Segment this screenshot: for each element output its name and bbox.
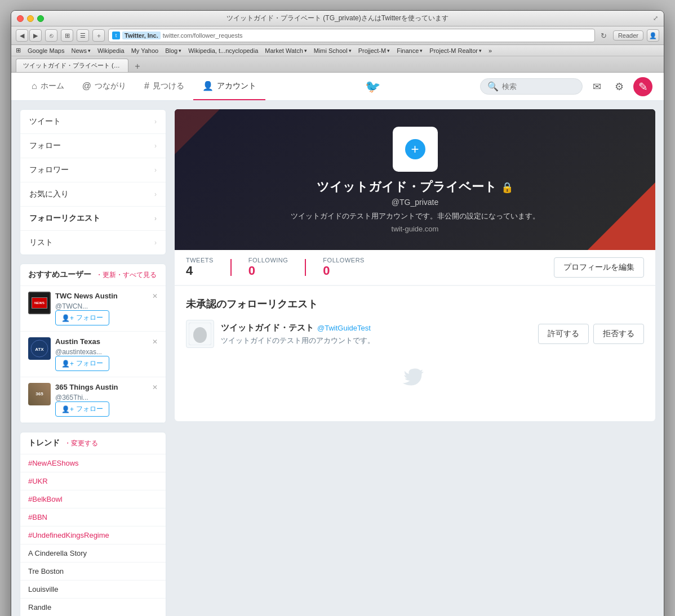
profile-avatar-plus-icon: + xyxy=(405,139,425,159)
bookmark-more[interactable]: » xyxy=(489,47,492,54)
stats-bar: TWEETS 4 FOLLOWING 0 FOLLOWERS 0 プロフィールを… xyxy=(175,250,655,286)
nav-connect[interactable]: @ つながり xyxy=(73,73,135,100)
expand-icon[interactable]: ⤢ xyxy=(653,15,658,22)
trends-section: トレンド ・変更する #NewAEShows #UKR #BelkBowl #B… xyxy=(20,432,166,616)
active-tab[interactable]: ツイットガイド・プライベート (TG_private)さんはTwitterを使っ… xyxy=(16,59,128,72)
maximize-button[interactable] xyxy=(37,15,44,22)
user-item-austin: ATX Austin Texas ✕ @austintexas... xyxy=(20,332,166,377)
bookmark-wikipedia[interactable]: Wikipedia xyxy=(97,47,125,54)
requester-info: ツイットガイド・テスト@TwitGuideTestツイットガイドのテスト用のアカ… xyxy=(221,323,531,346)
search-input[interactable] xyxy=(502,82,575,91)
profile-handle: @TG_private xyxy=(291,198,540,207)
trend-4[interactable]: #BBN xyxy=(20,508,166,526)
user-name-row-twc: TWC News Austin ✕ xyxy=(55,292,158,300)
nav-account[interactable]: 👤 アカウント xyxy=(193,73,265,100)
profile-url[interactable]: twit-guide.com xyxy=(291,225,540,233)
trend-3[interactable]: #BelkBowl xyxy=(20,490,166,508)
messages-button[interactable]: ✉ xyxy=(588,78,605,95)
bookmark-projectm-realtor[interactable]: Project-M Realtor xyxy=(429,47,482,54)
trend-6[interactable]: A Cinderella Story xyxy=(20,544,166,563)
egg-avatar-svg xyxy=(189,323,211,345)
back-button[interactable]: ◀ xyxy=(16,29,28,42)
forward-button[interactable]: ▶ xyxy=(29,29,42,42)
bg-triangle-tl xyxy=(175,109,220,154)
menu-following[interactable]: フォロー › xyxy=(20,134,166,158)
menu-followers[interactable]: フォロワー › xyxy=(20,158,166,182)
bookmark-marketwatch[interactable]: Market Watch xyxy=(265,47,307,54)
trend-5[interactable]: #UndefinedKingsRegime xyxy=(20,526,166,544)
settings-button[interactable]: ⚙ xyxy=(611,78,628,95)
trends-header: トレンド ・変更する xyxy=(20,432,166,454)
refresh-button[interactable]: ↻ xyxy=(598,30,610,41)
bookmark-news[interactable]: News xyxy=(71,47,91,54)
follow-icon-365: 👤+ xyxy=(61,405,74,413)
nav-home[interactable]: ⌂ ホーム xyxy=(23,73,73,100)
close-user-365[interactable]: ✕ xyxy=(152,383,158,391)
trend-7[interactable]: Tre Boston xyxy=(20,563,166,581)
menu-favorites-label: お気に入り xyxy=(29,189,69,199)
user-name-twc: TWC News Austin xyxy=(55,292,118,300)
nav-connect-label: つながり xyxy=(95,81,126,91)
user-name-row-365: 365 Things Austin ✕ xyxy=(55,383,158,391)
reader-button[interactable]: Reader xyxy=(613,30,643,41)
menu-favorites[interactable]: お気に入り › xyxy=(20,182,166,207)
new-tab-button[interactable]: + xyxy=(132,61,143,72)
search-box[interactable]: 🔍 xyxy=(480,78,583,95)
url-text: twitter.com/follower_requests xyxy=(163,32,243,39)
user-name-365: 365 Things Austin xyxy=(55,383,118,391)
bookmark-blog[interactable]: Blog xyxy=(165,47,181,54)
address-bar[interactable]: t Twitter, Inc. twitter.com/follower_req… xyxy=(108,29,595,42)
connect-icon: @ xyxy=(82,81,91,91)
bookmark-google-maps[interactable]: Google Maps xyxy=(28,47,64,54)
minimize-button[interactable] xyxy=(27,15,34,22)
follow-button-austin[interactable]: 👤+ フォロー xyxy=(55,356,109,371)
follow-icon-twc: 👤+ xyxy=(61,314,74,322)
close-user-austin[interactable]: ✕ xyxy=(152,338,158,346)
menu-tweets-arrow: › xyxy=(154,118,157,126)
reject-button[interactable]: 拒否する xyxy=(593,324,644,344)
close-user-twc[interactable]: ✕ xyxy=(152,292,158,300)
share-button[interactable]: ⎋ xyxy=(45,29,57,42)
bookmark-projjectm[interactable]: Projject-M xyxy=(358,47,390,54)
edit-profile-button[interactable]: プロフィールを編集 xyxy=(554,257,644,278)
close-button[interactable] xyxy=(17,15,24,22)
trend-8[interactable]: Louisville xyxy=(20,581,166,599)
twitter-logo-center: 🐦 xyxy=(265,79,480,94)
trends-title: トレンド xyxy=(28,438,60,448)
menu-followers-arrow: › xyxy=(154,166,157,174)
bookmark-wikipedia2[interactable]: Wikipedia, t...ncyclopedia xyxy=(188,47,258,54)
bookmarks-list-button[interactable]: ⊞ xyxy=(61,29,73,42)
bookmark-mimischool[interactable]: Mimi School xyxy=(314,47,352,54)
discover-icon: # xyxy=(144,81,149,91)
twitter-app: ⌂ ホーム @ つながり # 見つける 👤 アカウント 🐦 🔍 xyxy=(11,73,664,616)
svg-text:ATX: ATX xyxy=(35,347,44,352)
trend-2[interactable]: #UKR xyxy=(20,472,166,490)
follow-button-twc[interactable]: 👤+ フォロー xyxy=(55,310,109,325)
menu-tweets[interactable]: ツイート › xyxy=(20,110,166,134)
bookmark-open-tabs[interactable]: ⊞ xyxy=(16,47,21,54)
menu-lists[interactable]: リスト › xyxy=(20,231,166,255)
follow-button-365[interactable]: 👤+ フォロー xyxy=(55,401,109,417)
followers-count: 0 xyxy=(323,264,365,278)
search-icon: 🔍 xyxy=(487,81,499,92)
profile-avatar[interactable]: + xyxy=(393,127,438,172)
browser-window: ツイットガイド・プライベート (TG_private)さんはTwitterを使っ… xyxy=(11,10,664,616)
nav-discover[interactable]: # 見つける xyxy=(135,73,193,100)
trend-9[interactable]: Randle xyxy=(20,599,166,616)
approve-button[interactable]: 許可する xyxy=(538,324,589,344)
title-bar: ツイットガイド・プライベート (TG_private)さんはTwitterを使っ… xyxy=(11,11,664,26)
bookmark-myyahoo[interactable]: My Yahoo xyxy=(131,47,159,54)
lock-icon: 🔒 xyxy=(501,182,513,193)
read-later-button[interactable]: ☰ xyxy=(77,29,89,42)
bookmark-finance[interactable]: Finance xyxy=(397,47,423,54)
trends-change-link[interactable]: ・変更する xyxy=(64,439,98,448)
follow-requests-section: 未承認のフォローリクエスト ツイットガイド・テスト@TwitGuideTestツ… xyxy=(175,286,655,421)
menu-follow-requests[interactable]: フォローリクエスト › xyxy=(20,207,166,231)
add-page-button[interactable]: ＋ xyxy=(92,29,105,42)
twitter-navbar: ⌂ ホーム @ つながり # 見つける 👤 アカウント 🐦 🔍 xyxy=(11,73,664,101)
compose-tweet-button[interactable]: ✎ xyxy=(633,77,652,96)
tab-bar: ツイットガイド・プライベート (TG_private)さんはTwitterを使っ… xyxy=(11,56,664,73)
trend-1[interactable]: #NewAEShows xyxy=(20,454,166,472)
nav-right-section: 🔍 ✉ ⚙ ✎ xyxy=(480,77,652,96)
user-account-button[interactable]: 👤 xyxy=(647,29,659,42)
